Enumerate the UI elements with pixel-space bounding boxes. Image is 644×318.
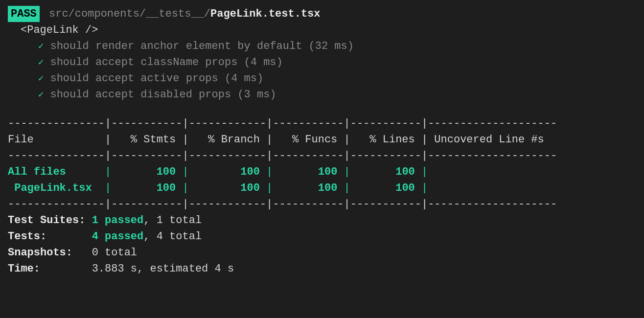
coverage-table: ---------------|-----------|------------… bbox=[8, 115, 636, 212]
test-row: ✓ should accept disabled props (3 ms) bbox=[8, 87, 636, 103]
summary-tests-passed: 4 passed bbox=[92, 230, 144, 243]
check-icon: ✓ bbox=[38, 73, 44, 84]
summary-suites-label: Test Suites: bbox=[8, 214, 85, 227]
pass-badge: PASS bbox=[8, 6, 40, 22]
test-duration: (3 ms) bbox=[237, 89, 276, 101]
check-icon: ✓ bbox=[38, 57, 44, 68]
test-file-header: PASS src/components/__tests__/PageLink.t… bbox=[8, 6, 636, 22]
summary-suites-total: , 1 total bbox=[143, 214, 202, 227]
test-duration: (4 ms) bbox=[225, 72, 263, 85]
summary-time-label: Time: bbox=[8, 263, 40, 275]
test-duration: (32 ms) bbox=[309, 40, 354, 52]
test-row: ✓ should render anchor element by defaul… bbox=[8, 38, 636, 54]
test-row: ✓ should accept className props (4 ms) bbox=[8, 54, 636, 70]
test-duration: (4 ms) bbox=[244, 56, 283, 68]
test-list: ✓ should render anchor element by defaul… bbox=[8, 38, 636, 103]
summary-tests-total: , 4 total bbox=[143, 230, 202, 243]
check-icon: ✓ bbox=[38, 90, 44, 100]
file-name: PageLink.test.tsx bbox=[210, 8, 320, 20]
file-path-prefix: src/components/__tests__/ bbox=[49, 8, 210, 20]
summary: Test Suites: 1 passed, 1 total Tests: 4 … bbox=[8, 212, 636, 277]
summary-snapshots-value: 0 total bbox=[92, 247, 137, 259]
test-name: should accept active props bbox=[50, 72, 218, 85]
test-name: should render anchor element by default bbox=[50, 40, 302, 52]
test-name: should accept disabled props bbox=[50, 89, 231, 101]
summary-tests-label: Tests: bbox=[8, 230, 46, 243]
test-row: ✓ should accept active props (4 ms) bbox=[8, 70, 636, 87]
summary-time-value: 3.883 s, estimated 4 s bbox=[92, 263, 234, 275]
check-icon: ✓ bbox=[38, 41, 44, 52]
test-name: should accept className props bbox=[50, 56, 237, 68]
summary-snapshots-label: Snapshots: bbox=[8, 247, 72, 259]
summary-suites-passed: 1 passed bbox=[92, 214, 144, 227]
suite-name: <PageLink /> bbox=[8, 22, 636, 38]
